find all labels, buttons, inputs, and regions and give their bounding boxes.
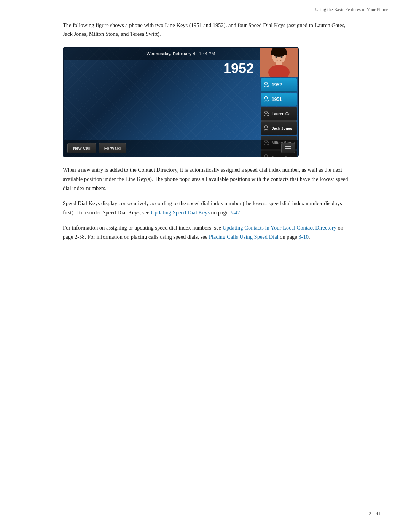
phone-number: 1952 [223, 61, 254, 77]
phone-bottombar: New Call Forward [64, 140, 298, 157]
phone-screenshot: Wednesday, February 4 1:44 PM 1952 [63, 47, 299, 157]
menu-icon [284, 145, 292, 151]
link-placing-calls-speed-dial[interactable]: Placing Calls Using Speed Dial [209, 234, 279, 240]
svg-point-13 [265, 111, 268, 114]
intro-paragraph: The following figure shows a phone with … [63, 21, 352, 38]
link-updating-contacts[interactable]: Updating Contacts in Your Local Contact … [223, 225, 336, 231]
phone-number-display: 1952 [64, 60, 260, 77]
content-area: The following figure shows a phone with … [63, 21, 352, 248]
header-title: Using the Basic Features of Your Phone [315, 7, 388, 12]
svg-point-11 [265, 97, 268, 99]
line-key-1951-label: 1951 [272, 97, 282, 102]
menu-button[interactable] [281, 143, 295, 153]
svg-point-12 [268, 100, 269, 101]
link-updating-speed-dial-keys[interactable]: Updating Speed Dial Keys [151, 209, 210, 216]
phone-line-key-1952[interactable]: 1952 [261, 78, 297, 92]
speed-key-lauren-label: Lauren Gates [272, 112, 295, 116]
phone-line-key-1951[interactable]: 1951 [261, 93, 297, 106]
svg-point-9 [265, 82, 268, 85]
phone-speed-key-jack[interactable]: Jack Jones [261, 121, 297, 135]
new-call-button[interactable]: New Call [67, 143, 96, 153]
svg-rect-17 [285, 146, 291, 147]
status-date: Wednesday, February 4 1:44 PM [147, 51, 215, 56]
speed-key-jack-label: Jack Jones [272, 126, 292, 131]
speed-key-jack-icon [263, 125, 270, 132]
link-page-3-10[interactable]: 3-10 [298, 234, 309, 240]
paragraph-3: For information on assigning or updating… [63, 224, 352, 242]
line-key-1951-icon [263, 96, 270, 103]
avatar-image [260, 48, 298, 77]
forward-button[interactable]: Forward [99, 143, 126, 153]
paragraph-1: When a new entry is added to the Contact… [63, 166, 352, 193]
svg-rect-4 [271, 51, 287, 55]
link-page-3-42[interactable]: 3-42 [230, 209, 240, 216]
svg-rect-19 [285, 150, 291, 150]
speed-key-lauren-icon [263, 110, 270, 117]
page-footer: 3 - 41 [369, 511, 381, 517]
phone-speed-key-lauren[interactable]: Lauren Gates [261, 107, 297, 121]
svg-rect-18 [285, 148, 291, 149]
svg-point-14 [265, 126, 268, 128]
paragraph-2: Speed Dial Keys display consecutively ac… [63, 199, 352, 217]
svg-point-10 [268, 85, 269, 87]
line-key-icon [263, 81, 270, 88]
svg-point-7 [276, 56, 277, 58]
line-key-1952-label: 1952 [272, 82, 282, 88]
svg-point-8 [281, 56, 283, 58]
page-header: Using the Basic Features of Your Phone [122, 7, 388, 14]
page-number: 3 - 41 [369, 511, 381, 516]
phone-avatar [260, 48, 298, 77]
